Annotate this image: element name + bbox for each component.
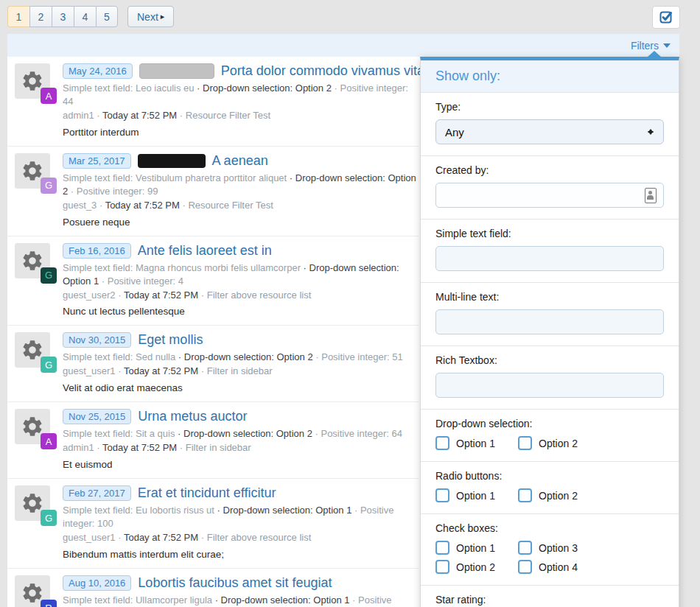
item-title-link[interactable]: A aenean <box>212 153 268 169</box>
item-snippet: Porttitor interdum <box>63 127 419 138</box>
resource-gear-tile[interactable]: G <box>15 153 50 189</box>
date-badge: Mar 25, 2017 <box>63 153 131 169</box>
list-item: G Nov 30, 2015 Eget mollis Simple text f… <box>7 326 419 402</box>
redacted-text-bar <box>138 154 206 168</box>
next-page-button[interactable]: Next ▸ <box>127 6 174 27</box>
multiline-input[interactable] <box>435 309 664 334</box>
page-button-3[interactable]: 3 <box>52 6 74 27</box>
contact-picker-icon[interactable] <box>645 188 657 203</box>
checkbox-icon[interactable] <box>435 488 449 502</box>
source-name: Filter above resource list <box>207 532 312 543</box>
item-byline: guest_user2 · Today at 7:52 PM · Filter … <box>63 289 419 302</box>
item-fields-line: Simple text field: Sed nulla · Drop-down… <box>63 351 419 364</box>
checkbox-option-4[interactable]: Option 4 <box>518 560 578 574</box>
item-title-link[interactable]: Erat et tincidunt efficitur <box>138 485 276 501</box>
item-snippet: Nunc ut lectus pellentesque <box>63 306 419 317</box>
list-item: A May 24, 2016 Porta dolor commodo vivam… <box>7 57 419 147</box>
star-rating-label: Star rating: <box>435 594 664 606</box>
timestamp: Today at 7:52 PM <box>124 532 198 543</box>
dropdown-selection-label: Drop-down selection: <box>435 418 664 429</box>
checkbox-icon[interactable] <box>435 541 449 555</box>
author-badge: A <box>41 433 57 449</box>
select-spinner-icon <box>648 125 654 138</box>
select-mode-button[interactable] <box>652 6 680 29</box>
item-title-link[interactable]: Porta dolor commodo vivamus vitae <box>221 63 432 79</box>
checkbox-option-2[interactable]: Option 2 <box>435 560 518 574</box>
list-item: A Nov 25, 2015 Urna metus auctor Simple … <box>7 402 419 479</box>
list-item: G Mar 25, 2017 A aenean Simple text fiel… <box>7 147 419 236</box>
author-name: guest_user1 <box>63 532 116 543</box>
checkbox-icon[interactable] <box>435 560 449 574</box>
item-fields-line: Simple text field: Ullamcorper ligula · … <box>63 594 419 607</box>
filter-section-simple-text: Simple text field: <box>421 219 679 282</box>
page-button-5[interactable]: 5 <box>96 6 118 27</box>
resource-gear-tile[interactable]: A <box>15 63 50 99</box>
item-fields-line: Simple text field: Sit a quis · Drop-dow… <box>63 427 419 441</box>
multiline-label: Multi-line text: <box>435 291 664 303</box>
radio-option-2[interactable]: Option 2 <box>518 488 578 502</box>
dropdown-option-2[interactable]: Option 2 <box>518 436 578 450</box>
checked-checkbox-icon <box>659 10 673 24</box>
item-byline: guest_3 · Today at 7:52 PM · Resource Fi… <box>63 199 419 212</box>
item-title-link[interactable]: Lobortis faucibus amet sit feugiat <box>138 575 332 591</box>
resource-gear-tile[interactable]: G <box>15 332 50 368</box>
simple-text-input[interactable] <box>435 246 664 271</box>
rich-textbox-label: Rich Textbox: <box>435 354 664 366</box>
dropdown-option-1[interactable]: Option 1 <box>435 436 518 450</box>
radio-buttons-label: Radio buttons: <box>435 470 664 482</box>
created-by-input[interactable] <box>435 183 664 208</box>
author-badge: G <box>41 178 57 194</box>
item-byline: guest_user1 · Today at 7:52 PM · Filter … <box>63 365 419 378</box>
type-select-value: Any <box>445 126 464 138</box>
page-button-4[interactable]: 4 <box>74 6 96 27</box>
resource-gear-tile[interactable]: G <box>15 485 50 521</box>
source-name: Resource Filter Test <box>188 200 273 211</box>
list-item: R Aug 10, 2016 Lobortis faucibus amet si… <box>7 569 419 607</box>
list-item: G Feb 16, 2016 Ante felis laoreet est in… <box>7 236 419 326</box>
author-name: admin1 <box>63 110 94 121</box>
item-title-link[interactable]: Urna metus auctor <box>138 409 247 424</box>
rich-textbox-input[interactable] <box>435 373 664 398</box>
resource-gear-tile[interactable]: A <box>15 409 50 444</box>
source-name: Filter in sidebar <box>186 442 251 453</box>
timestamp: Today at 7:52 PM <box>124 365 198 376</box>
item-snippet: Bibendum mattis interdum elit curae; <box>63 549 419 560</box>
resource-gear-tile[interactable]: R <box>15 575 50 607</box>
author-name: guest_user2 <box>63 290 116 301</box>
filter-section-radio: Radio buttons: Option 1 Option 2 <box>421 461 679 513</box>
item-title-link[interactable]: Ante felis laoreet est in <box>138 243 272 259</box>
filter-section-dropdown: Drop-down selection: Option 1 Option 2 <box>421 409 679 461</box>
item-body: Aug 10, 2016 Lobortis faucibus amet sit … <box>63 575 419 607</box>
author-badge: G <box>41 510 57 526</box>
checkbox-icon[interactable] <box>518 488 532 502</box>
created-by-label: Created by: <box>435 164 664 176</box>
checkbox-icon[interactable] <box>518 541 532 555</box>
type-label: Type: <box>435 101 664 113</box>
checkbox-option-1[interactable]: Option 1 <box>435 541 518 555</box>
radio-option-1[interactable]: Option 1 <box>435 488 518 502</box>
checkbox-icon[interactable] <box>435 436 449 450</box>
checkbox-icon[interactable] <box>518 560 532 574</box>
checkbox-icon[interactable] <box>518 436 532 450</box>
item-snippet: Et euismod <box>63 459 419 470</box>
check-boxes-label: Check boxes: <box>435 522 664 534</box>
timestamp: Today at 7:52 PM <box>124 290 198 301</box>
item-body: Nov 25, 2015 Urna metus auctor Simple te… <box>63 409 419 470</box>
page-button-2[interactable]: 2 <box>29 6 52 27</box>
list-toolbar: Filters <box>7 34 679 57</box>
item-body: Feb 27, 2017 Erat et tincidunt efficitur… <box>63 485 419 560</box>
resource-list: A May 24, 2016 Porta dolor commodo vivam… <box>7 57 419 607</box>
item-fields-line: Simple text field: Magna rhoncus morbi f… <box>63 262 419 288</box>
resource-gear-tile[interactable]: G <box>15 243 50 278</box>
list-item: G Feb 27, 2017 Erat et tincidunt efficit… <box>7 479 419 569</box>
item-title-link[interactable]: Eget mollis <box>138 332 203 348</box>
source-name: Filter in sidebar <box>207 365 273 376</box>
item-fields-line: Simple text field: Eu lobortis risus ut … <box>63 504 419 530</box>
type-select[interactable]: Any <box>435 119 664 144</box>
date-badge: May 24, 2016 <box>63 63 133 79</box>
timestamp: Today at 7:52 PM <box>102 442 177 453</box>
item-body: Nov 30, 2015 Eget mollis Simple text fie… <box>63 332 419 393</box>
checkbox-option-3[interactable]: Option 3 <box>518 541 578 555</box>
filter-section-rich-textbox: Rich Textbox: <box>421 345 679 409</box>
page-button-1[interactable]: 1 <box>7 6 29 27</box>
